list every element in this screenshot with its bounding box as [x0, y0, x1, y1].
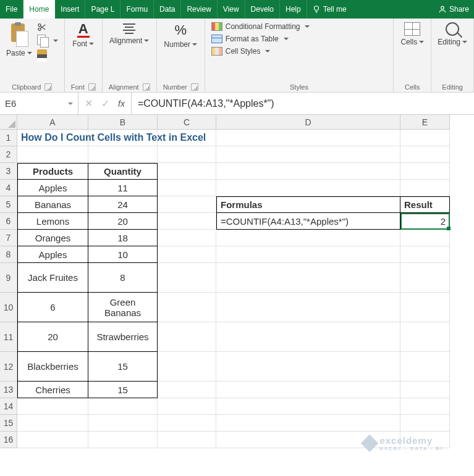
cell[interactable]: Blackberries [17, 352, 88, 382]
dialog-launcher-icon[interactable] [143, 83, 150, 91]
row-header[interactable]: 5 [0, 196, 17, 213]
cell[interactable] [216, 130, 400, 146]
cut-button[interactable] [37, 22, 58, 32]
cells-button[interactable]: Cells [400, 22, 425, 46]
cell[interactable] [158, 163, 216, 180]
cell[interactable] [400, 246, 450, 263]
cell[interactable] [216, 230, 400, 246]
cell[interactable]: Cherries [17, 382, 88, 398]
cell[interactable] [216, 246, 400, 263]
dialog-launcher-icon[interactable] [44, 83, 52, 91]
cell[interactable]: Green Bananas [88, 293, 158, 322]
cell[interactable] [400, 146, 450, 163]
cell[interactable] [158, 432, 216, 448]
format-as-table-button[interactable]: Format as Table [211, 35, 289, 43]
cell[interactable] [88, 130, 158, 146]
col-header[interactable]: C [158, 115, 216, 130]
tab-data[interactable]: Data [154, 0, 181, 19]
cell[interactable] [88, 146, 158, 163]
cell[interactable] [216, 382, 400, 398]
cell[interactable]: Formulas [216, 196, 400, 213]
cell[interactable] [158, 263, 216, 293]
col-header[interactable]: E [400, 115, 450, 130]
alignment-button[interactable]: Alignment [109, 22, 149, 45]
row-header[interactable]: 2 [0, 146, 17, 163]
tab-page-layout[interactable]: Page L [85, 0, 121, 19]
formula-input[interactable]: =COUNTIF(A4:A13,"*Apples*") [132, 93, 474, 114]
cell[interactable] [17, 432, 88, 448]
cell[interactable]: 8 [88, 263, 158, 293]
cell[interactable] [88, 432, 158, 448]
row-header[interactable]: 4 [0, 180, 17, 196]
cell[interactable] [158, 213, 216, 230]
cell[interactable] [158, 246, 216, 263]
col-header[interactable]: D [216, 115, 400, 130]
cell[interactable] [216, 322, 400, 352]
cell[interactable]: 10 [88, 246, 158, 263]
row-header[interactable]: 10 [0, 293, 17, 322]
row-header[interactable]: 16 [0, 432, 17, 448]
row-header[interactable]: 6 [0, 213, 17, 230]
cell[interactable] [400, 382, 450, 398]
cell[interactable] [158, 382, 216, 398]
cell[interactable]: Bananas [17, 196, 88, 213]
cell[interactable] [400, 293, 450, 322]
cell[interactable]: =COUNTIF(A4:A13,"*Apples*") [216, 213, 400, 230]
cell[interactable] [158, 352, 216, 382]
cell[interactable] [216, 163, 400, 180]
cell[interactable] [400, 322, 450, 352]
dialog-launcher-icon[interactable] [191, 83, 198, 91]
share-button[interactable]: Share [433, 0, 474, 19]
select-all-corner[interactable] [0, 115, 17, 130]
cell[interactable]: 15 [88, 352, 158, 382]
cell[interactable] [216, 263, 400, 293]
dialog-launcher-icon[interactable] [88, 83, 96, 91]
cell[interactable]: 24 [88, 196, 158, 213]
row-header[interactable]: 7 [0, 230, 17, 246]
row-header[interactable]: 9 [0, 263, 17, 293]
row-header[interactable]: 12 [0, 352, 17, 382]
tell-me[interactable]: Tell me [307, 0, 352, 19]
cell[interactable] [17, 415, 88, 432]
editing-button[interactable]: Editing [438, 22, 467, 46]
cell[interactable]: 6 [17, 293, 88, 322]
cell[interactable] [158, 415, 216, 432]
paste-button[interactable]: Paste [6, 22, 32, 57]
cell[interactable] [88, 415, 158, 432]
tab-review[interactable]: Review [181, 0, 217, 19]
cell[interactable] [400, 180, 450, 196]
cell[interactable] [400, 415, 450, 432]
number-button[interactable]: % Number [164, 22, 197, 49]
tab-developer[interactable]: Develo [245, 0, 280, 19]
cell[interactable]: 15 [88, 382, 158, 398]
cell[interactable]: 18 [88, 230, 158, 246]
row-header[interactable]: 14 [0, 398, 17, 415]
cell[interactable] [158, 146, 216, 163]
row-header[interactable]: 8 [0, 246, 17, 263]
cell[interactable]: 20 [88, 213, 158, 230]
font-button[interactable]: A Font [71, 22, 96, 48]
cell-styles-button[interactable]: Cell Styles [211, 47, 271, 56]
cell[interactable] [158, 180, 216, 196]
row-header[interactable]: 1 [0, 130, 17, 146]
cell[interactable]: 20 [17, 322, 88, 352]
cell[interactable] [400, 163, 450, 180]
cancel-icon[interactable]: ✕ [85, 98, 93, 109]
cell[interactable]: How Do I Count Cells with Text in Excel [17, 130, 88, 146]
cell[interactable] [216, 180, 400, 196]
cell[interactable] [400, 130, 450, 146]
cell[interactable] [158, 398, 216, 415]
cell[interactable]: 11 [88, 180, 158, 196]
cell[interactable] [158, 130, 216, 146]
enter-icon[interactable]: ✓ [101, 98, 109, 109]
cell[interactable] [216, 293, 400, 322]
tab-view[interactable]: View [218, 0, 245, 19]
cell[interactable]: Lemons [17, 213, 88, 230]
cell[interactable] [158, 196, 216, 213]
tab-help[interactable]: Help [280, 0, 307, 19]
tab-formulas[interactable]: Formu [121, 0, 154, 19]
tab-file[interactable]: File [0, 0, 23, 19]
tab-home[interactable]: Home [23, 0, 55, 19]
cell-selected[interactable]: 2 [400, 213, 450, 230]
cell[interactable] [400, 398, 450, 415]
